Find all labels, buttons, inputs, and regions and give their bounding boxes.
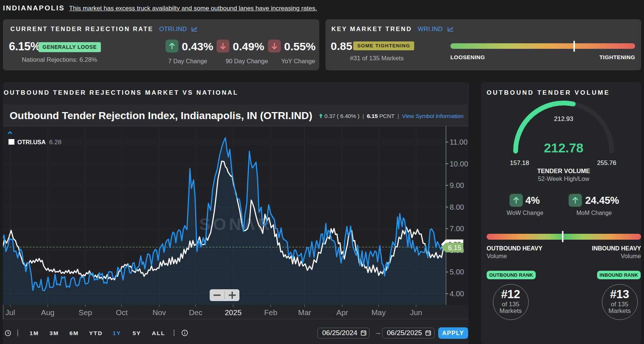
svg-text:Mar: Mar bbox=[298, 308, 311, 317]
svg-text:Dec: Dec bbox=[189, 308, 202, 317]
svg-text:Oct: Oct bbox=[116, 308, 127, 317]
svg-text:6.28: 6.28 bbox=[49, 139, 61, 146]
svg-text:Sep: Sep bbox=[79, 308, 92, 317]
svg-text:Jun: Jun bbox=[410, 308, 422, 317]
svg-text:2025: 2025 bbox=[225, 308, 242, 317]
svg-text:7.00: 7.00 bbox=[450, 225, 464, 233]
svg-text:Feb: Feb bbox=[264, 308, 277, 317]
svg-text:10.00: 10.00 bbox=[450, 160, 468, 168]
svg-text:6.15: 6.15 bbox=[448, 244, 461, 252]
svg-text:5.00: 5.00 bbox=[450, 268, 464, 276]
svg-text:Jul: Jul bbox=[6, 308, 15, 317]
svg-text:May: May bbox=[371, 308, 386, 317]
svg-text:OTRI.USA: OTRI.USA bbox=[17, 139, 46, 145]
svg-text:8.00: 8.00 bbox=[450, 203, 464, 211]
svg-text:9.00: 9.00 bbox=[450, 181, 464, 189]
svg-text:11.00: 11.00 bbox=[450, 138, 468, 146]
svg-text:4.00: 4.00 bbox=[450, 290, 464, 298]
svg-text:Aug: Aug bbox=[41, 308, 54, 317]
svg-text:Apr: Apr bbox=[336, 308, 348, 317]
svg-text:Nov: Nov bbox=[153, 308, 166, 317]
